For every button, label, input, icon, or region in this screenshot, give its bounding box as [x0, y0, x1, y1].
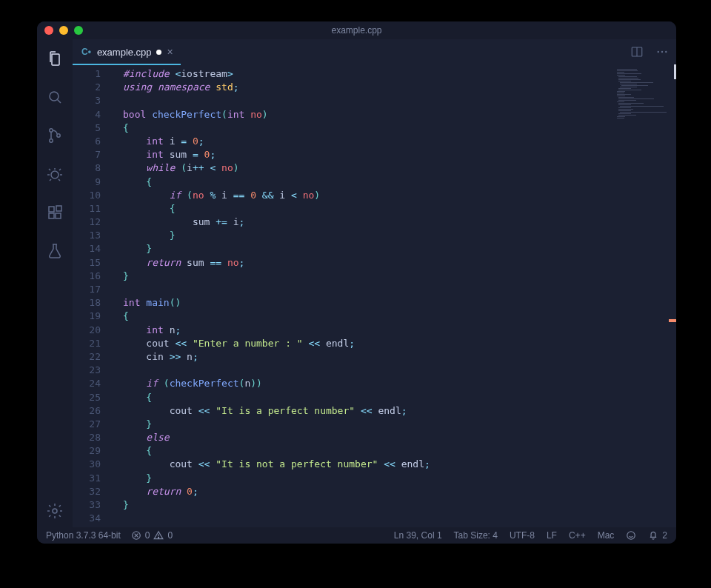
code-line: 13 } — [73, 229, 676, 242]
line-number: 6 — [73, 135, 114, 148]
explorer-icon[interactable] — [46, 50, 64, 67]
status-notifications[interactable]: 2 — [648, 530, 667, 541]
close-window-button[interactable] — [44, 26, 53, 35]
svg-point-15 — [665, 51, 667, 53]
line-content: } — [114, 498, 129, 512]
search-icon[interactable] — [46, 88, 64, 106]
code-line: 20 int n; — [73, 324, 676, 337]
line-number: 33 — [73, 498, 114, 512]
line-content — [114, 364, 123, 377]
line-content: } — [114, 242, 152, 255]
line-content — [114, 94, 123, 107]
status-python-label: Python 3.7.3 64-bit — [46, 530, 121, 541]
tab-close-icon[interactable]: × — [167, 47, 173, 57]
bell-icon — [648, 530, 658, 541]
code-line: 30 cout << "It is not a perfect number" … — [73, 458, 676, 471]
extensions-icon[interactable] — [46, 204, 64, 221]
line-content: cout << "It is a perfect number" << endl… — [114, 404, 407, 418]
line-number: 34 — [73, 512, 114, 525]
line-content: { — [114, 176, 152, 189]
source-control-icon[interactable] — [46, 127, 64, 144]
status-os[interactable]: Mac — [598, 530, 615, 541]
code-editor[interactable]: 1#include <iostream>2using namespace std… — [73, 64, 676, 527]
title-bar: example.cpp — [37, 21, 676, 39]
status-problems[interactable]: 0 0 — [131, 530, 173, 541]
debug-icon[interactable] — [46, 165, 64, 183]
svg-point-14 — [661, 51, 663, 53]
line-content: { — [114, 121, 129, 135]
svg-point-13 — [658, 51, 659, 53]
overview-ruler[interactable] — [669, 64, 676, 527]
line-content: } — [114, 270, 129, 283]
code-line: 18int main() — [73, 296, 676, 310]
zoom-window-button[interactable] — [74, 26, 83, 35]
status-eol[interactable]: LF — [547, 530, 557, 541]
line-number: 22 — [73, 350, 114, 364]
feedback-icon[interactable] — [626, 530, 636, 541]
code-line: 29 { — [73, 444, 676, 458]
line-number: 17 — [73, 283, 114, 296]
tab-example-cpp[interactable]: C• example.cpp × — [73, 39, 181, 64]
line-number: 4 — [73, 108, 114, 121]
status-tabsize[interactable]: Tab Size: 4 — [454, 530, 498, 541]
code-line: 17 — [73, 283, 676, 296]
line-content: sum += i; — [114, 216, 244, 229]
line-number: 28 — [73, 431, 114, 444]
line-number: 12 — [73, 216, 114, 229]
line-content: cout << "Enter a number : " << endl; — [114, 337, 355, 350]
code-line: 32 return 0; — [73, 485, 676, 498]
editor-tabs: C• example.cpp × — [73, 39, 676, 64]
svg-point-10 — [53, 509, 57, 513]
line-number: 23 — [73, 364, 114, 377]
status-language[interactable]: C++ — [569, 530, 586, 541]
split-editor-icon[interactable] — [630, 45, 644, 59]
line-number: 25 — [73, 391, 114, 404]
code-line: 8 while (i++ < no) — [73, 161, 676, 175]
line-content: { — [114, 444, 152, 458]
svg-point-3 — [50, 139, 53, 142]
line-content: using namespace std; — [114, 81, 239, 94]
line-content: return 0; — [114, 485, 198, 498]
line-content: return sum == no; — [114, 256, 244, 270]
settings-gear-icon[interactable] — [46, 502, 64, 520]
line-number: 8 — [73, 161, 114, 175]
code-line: 4bool checkPerfect(int no) — [73, 108, 676, 121]
code-line: 24 if (checkPerfect(n)) — [73, 377, 676, 390]
svg-point-21 — [627, 532, 635, 540]
code-line: 22 cin >> n; — [73, 350, 676, 364]
line-number: 13 — [73, 229, 114, 242]
line-content — [114, 512, 123, 525]
code-line: 16} — [73, 270, 676, 283]
line-content: int sum = 0; — [114, 148, 216, 161]
code-line: 23 — [73, 364, 676, 377]
status-encoding[interactable]: UTF-8 — [510, 530, 535, 541]
status-python[interactable]: Python 3.7.3 64-bit — [46, 530, 121, 541]
tab-modified-dot-icon — [156, 50, 161, 55]
line-number: 27 — [73, 418, 114, 431]
line-content: } — [114, 418, 152, 431]
line-content: int i = 0; — [114, 135, 204, 148]
testing-icon[interactable] — [46, 242, 64, 260]
line-number: 9 — [73, 176, 114, 189]
code-line: 15 return sum == no; — [73, 256, 676, 270]
status-cursor[interactable]: Ln 39, Col 1 — [394, 530, 442, 541]
code-line: 5{ — [73, 121, 676, 135]
error-icon — [131, 530, 141, 541]
code-line: 2using namespace std; — [73, 81, 676, 94]
line-number: 31 — [73, 472, 114, 485]
code-line: 10 if (no % i == 0 && i < no) — [73, 189, 676, 202]
line-content: } — [114, 472, 152, 485]
more-actions-icon[interactable] — [655, 45, 669, 59]
svg-point-20 — [158, 537, 159, 538]
code-line: 26 cout << "It is a perfect number" << e… — [73, 404, 676, 418]
code-line: 3 — [73, 94, 676, 107]
line-content: while (i++ < no) — [114, 161, 239, 175]
line-number: 19 — [73, 310, 114, 323]
line-content: bool checkPerfect(int no) — [114, 108, 268, 121]
code-line: 1#include <iostream> — [73, 67, 676, 81]
line-number: 30 — [73, 458, 114, 471]
line-content: } — [114, 229, 175, 242]
activity-bar — [37, 39, 73, 527]
line-number: 20 — [73, 324, 114, 337]
minimize-window-button[interactable] — [59, 26, 68, 35]
